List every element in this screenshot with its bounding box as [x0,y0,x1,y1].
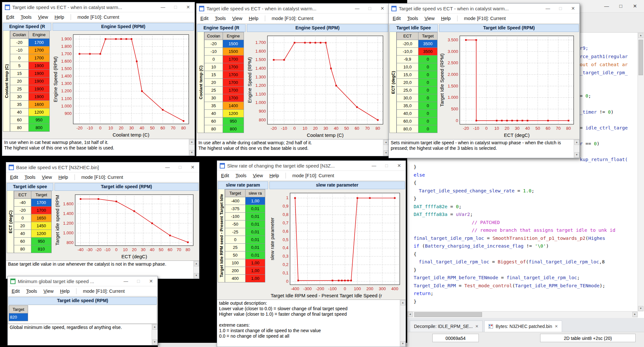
scroll-up-icon[interactable]: ▲ [574,140,579,145]
value-cell[interactable]: 1,00 [246,197,265,205]
close-button[interactable]: ✕ [377,4,387,13]
row-label-cell[interactable]: 200 [225,267,246,275]
scroll-down-icon[interactable]: ▼ [638,306,643,311]
row-label-cell[interactable]: 80,0 [397,125,418,133]
scroll-down-icon[interactable]: ▼ [152,340,157,345]
description-scrollbar[interactable]: ▲▼ [152,324,157,345]
value-cell[interactable]: 0,01 [246,228,265,236]
value-cell[interactable]: 1700 [29,39,50,46]
row-label-cell[interactable]: 20 [10,77,29,85]
close-tab-icon[interactable]: ✕ [475,324,478,329]
row-label-cell[interactable]: 30 [205,94,223,102]
menu-item-help[interactable]: Help [269,173,279,178]
minimize-button[interactable]: — [158,3,168,12]
row-label-cell[interactable]: 0 [10,54,29,62]
menu-item-help[interactable]: Help [58,175,68,180]
value-cell[interactable]: 800 [29,124,50,132]
value-cell[interactable]: 0 [418,110,438,117]
row-label-cell[interactable]: -10 [10,46,29,54]
scrollbar-thumb[interactable] [639,40,643,75]
row-label-cell[interactable]: 25 [205,87,223,94]
column-header[interactable]: Engine [29,31,50,39]
menu-item-help[interactable]: Help [249,16,258,21]
value-cell[interactable]: 1,00 [246,275,265,282]
value-cell[interactable]: 0,01 [246,236,265,244]
window-titlebar[interactable]: Base idle speed vs ECT [N3ZHEC.bin]—□✕ [6,162,199,172]
menu-item-view[interactable]: View [232,16,242,21]
value-cell[interactable]: 0 [418,102,438,110]
row-label-cell[interactable]: 40 [14,230,31,238]
row-label-cell[interactable]: 400 [225,275,246,282]
menu-item-edit[interactable]: Edit [393,16,401,21]
maximize-button[interactable]: □ [170,3,181,12]
row-label-cell[interactable]: -375 [225,205,246,213]
menu-item-help[interactable]: Help [441,16,451,21]
description-scrollbar[interactable]: ▲▼ [400,300,406,347]
row-label-cell[interactable]: 80 [10,124,29,132]
value-cell[interactable]: 1700 [223,71,244,79]
column-header[interactable]: Target [418,32,438,40]
value-cell[interactable]: 3500 [418,48,438,56]
value-cell[interactable]: 3500 [418,40,438,48]
menu-item-view[interactable]: View [253,173,263,178]
value-cell[interactable]: 1450 [31,222,52,230]
window-titlebar[interactable]: Target idle speed vs ECT - when in catal… [389,4,579,14]
value-cell[interactable]: 1700 [223,63,244,71]
column-header[interactable]: Coolan [205,32,223,40]
row-label-cell[interactable]: 50 [225,251,246,259]
menu-item-view[interactable]: View [42,175,52,180]
value-cell[interactable]: 0,01 [246,251,265,259]
scrollbar-thumb[interactable] [414,312,482,317]
menu-item-tools[interactable]: Tools [407,16,418,21]
menu-item-tools[interactable]: Tools [26,289,37,294]
row-label-cell[interactable]: 20 [205,79,223,87]
column-header[interactable]: Target [9,306,28,313]
value-cell[interactable]: 1400 [223,102,244,110]
window-titlebar[interactable]: Minimum global target idle speed ...—□✕ [8,276,157,286]
vertical-scrollbar[interactable]: ▲▼ [638,33,644,311]
value-cell[interactable]: 0 [418,56,438,63]
value-cell[interactable]: 1200 [31,230,52,238]
minimize-button[interactable]: — [121,277,131,286]
row-label-cell[interactable]: 60 [14,238,31,245]
maximize-button[interactable]: □ [555,4,566,13]
value-cell[interactable]: 1900 [29,62,50,70]
tab-bytes[interactable]: Bytes: N3ZHEC patched.bin✕ [484,321,562,332]
value-cell[interactable]: 1700 [29,54,50,62]
maximize-button[interactable]: □ [175,163,185,172]
minimize-button[interactable]: — [352,4,362,13]
value-cell[interactable]: 1700 [29,46,50,54]
row-label-cell[interactable]: -100 [225,213,246,220]
value-cell[interactable]: 0 [418,117,438,125]
scroll-down-icon[interactable]: ▼ [400,341,406,346]
column-header[interactable]: Engine [223,32,244,40]
value-cell[interactable]: 0 [418,94,438,102]
row-label-cell[interactable]: 60,0 [397,117,418,125]
column-header[interactable]: Target [225,189,246,197]
maximize-button[interactable]: □ [133,277,144,286]
value-cell[interactable]: 1700 [223,56,244,63]
value-cell[interactable]: 1500 [223,48,244,56]
row-label-cell[interactable]: 15 [205,71,223,79]
value-cell[interactable]: 1900 [29,85,50,93]
value-cell[interactable]: 1900 [29,70,50,77]
row-label-cell[interactable]: -9,9 [397,56,418,63]
menu-item-help[interactable]: Help [60,289,70,294]
value-cell[interactable]: 1700 [223,87,244,94]
value-cell[interactable]: 0 [418,125,438,133]
scroll-right-icon[interactable]: ► [632,312,638,317]
row-label-cell[interactable]: -20 [14,207,31,214]
scroll-down-icon[interactable]: ▼ [384,150,389,156]
row-label-cell[interactable]: 80 [14,245,31,253]
minimize-button[interactable]: — [369,161,379,170]
menu-item-help[interactable]: Help [55,15,64,20]
description-scrollbar[interactable]: ▲▼ [383,139,389,156]
value-cell[interactable]: 0,01 [246,244,265,251]
row-label-cell[interactable]: 35,0 [397,102,418,110]
scroll-up-icon[interactable]: ▲ [152,324,157,330]
description-scrollbar[interactable]: ▲▼ [189,139,195,156]
value-cell[interactable]: 800 [223,125,244,133]
scroll-up-icon[interactable]: ▲ [194,261,199,266]
minimize-button[interactable]: — [543,4,553,13]
value-cell[interactable]: 0,01 [246,220,265,228]
